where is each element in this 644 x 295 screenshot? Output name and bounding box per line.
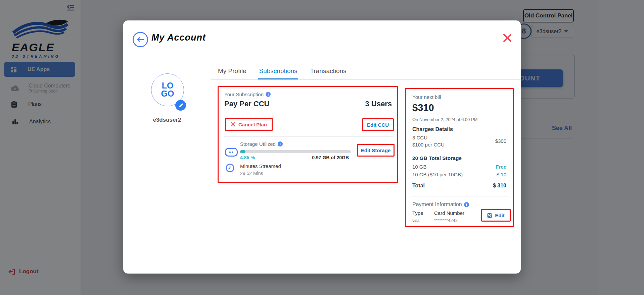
row-label: 10 GB ($10 per 10GB): [412, 172, 463, 177]
avatar-text-line2: GO: [161, 90, 174, 98]
edit-payment-label: Edit: [495, 213, 504, 218]
page: EAGLE 3D STREAMING UE Apps Cloud Compute…: [0, 0, 644, 295]
tab-my-profile[interactable]: My Profile: [217, 65, 247, 79]
clock-icon: [225, 163, 235, 174]
charges-label: Charges Details: [412, 126, 453, 132]
minutes-label: Minutes Streamed: [240, 163, 281, 169]
modal-title: My Account: [151, 33, 206, 43]
close-icon: [502, 33, 512, 43]
my-account-modal: My Account LO GO e3dsuser2 My Profile Su…: [123, 20, 521, 274]
back-button[interactable]: [133, 32, 148, 47]
storage-percent: 4.85 %: [240, 155, 255, 160]
payment-type-label: Type: [412, 210, 423, 216]
plan-name: Pay Per CCU: [224, 100, 270, 108]
annotation-box-edit-payment: Edit: [481, 209, 511, 222]
bill-section-label: Your next bill: [412, 94, 441, 100]
minutes-value: 29.52 Mins: [240, 171, 263, 176]
storage-charges-header: 20 GB Total Storage: [412, 155, 462, 161]
tab-transactions[interactable]: Transactions: [310, 65, 347, 79]
annotation-box-edit-storage: Edit Storage: [357, 144, 395, 157]
payment-card-value: ********4242: [434, 218, 458, 223]
total-label: Total: [412, 183, 425, 189]
arrow-left-icon: [137, 37, 144, 43]
subscription-divider: [224, 136, 394, 137]
ccu-line2: $100 per CCU: [412, 142, 445, 148]
subscription-section-label: Your Subscription: [224, 92, 264, 97]
bill-due-date: On November 2, 2024 at 6:00 PM: [412, 117, 477, 122]
plan-users: 3 Users: [365, 100, 392, 108]
header-divider: [123, 57, 521, 57]
charge-row-ccu: 3 CCU $100 per CCU: [412, 135, 445, 148]
info-icon[interactable]: i: [266, 92, 271, 97]
storage-label: Storage Utilized: [240, 141, 276, 147]
total-amount: $ 310: [493, 183, 506, 189]
edit-storage-button[interactable]: Edit Storage: [361, 148, 390, 153]
profile-divider: [211, 57, 211, 258]
row-amount: Free: [496, 164, 506, 170]
annotation-box-edit-ccu: Edit CCU: [362, 118, 394, 131]
cancel-plan-label: Cancel Plan: [238, 122, 267, 127]
info-icon[interactable]: i: [464, 202, 469, 207]
row-label: 10 GB: [412, 164, 427, 170]
account-tabs: My Profile Subscriptions Transactions: [211, 65, 521, 80]
annotation-box-subscription: Your Subscription i Pay Per CCU 3 Users …: [218, 86, 398, 183]
edit-icon: [487, 213, 493, 218]
ccu-amount: $300: [495, 138, 506, 144]
storage-progress-bar: [240, 150, 351, 153]
info-icon[interactable]: i: [278, 141, 283, 146]
storage-icon: [225, 148, 238, 158]
storage-progress-fill: [240, 150, 245, 153]
edit-avatar-button[interactable]: [175, 100, 186, 111]
payment-section-label: Payment Information: [412, 201, 462, 208]
storage-usage: 0.97 GB of 20GB: [312, 155, 349, 160]
edit-payment-button[interactable]: Edit: [487, 213, 504, 218]
annotation-box-cancel-plan: Cancel Plan: [225, 118, 273, 131]
storage-charge-row: 10 GB ($10 per 10GB) $ 10: [412, 172, 506, 177]
cancel-plan-button[interactable]: Cancel Plan: [231, 122, 267, 127]
total-row: Total $ 310: [412, 183, 506, 189]
payment-type-value: visa: [412, 218, 419, 223]
ccu-line1: 3 CCU: [412, 135, 445, 140]
row-amount: $ 10: [497, 172, 506, 177]
payment-card-label: Card Number: [434, 210, 464, 216]
bill-divider: [412, 196, 508, 196]
bill-amount: $310: [412, 102, 434, 113]
pencil-icon: [178, 103, 183, 108]
tab-subscriptions[interactable]: Subscriptions: [258, 65, 298, 79]
edit-ccu-button[interactable]: Edit CCU: [367, 122, 389, 128]
x-icon: [231, 122, 235, 127]
profile-username: e3dsuser2: [123, 117, 211, 123]
annotation-box-bill: Your next bill $310 On November 2, 2024 …: [405, 88, 514, 227]
close-button[interactable]: [501, 31, 514, 45]
storage-charge-row: 10 GB Free: [412, 164, 506, 170]
